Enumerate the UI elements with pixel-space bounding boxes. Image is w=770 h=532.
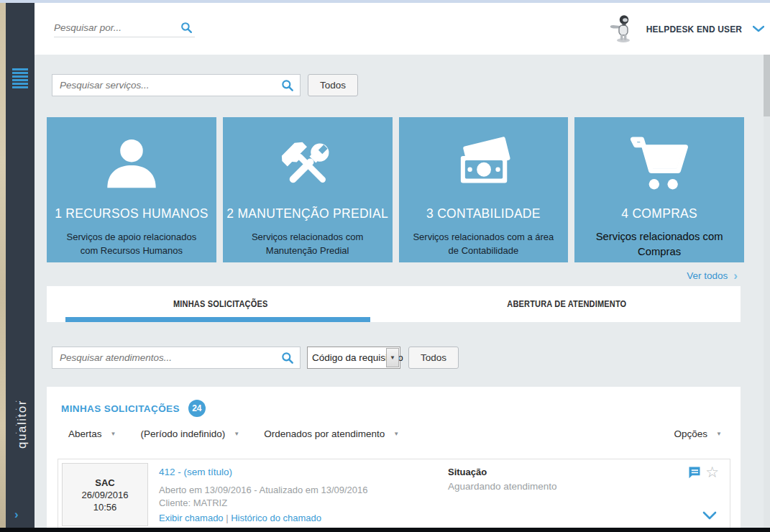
service-cards: 1 RECURSOS HUMANOS Serviços de apoio rel…	[47, 117, 744, 262]
ticket-opened-line: Aberto em 13/09/2016 - Atualizado em 13/…	[159, 485, 368, 495]
desktop-background-strip	[0, 3, 6, 532]
qualitor-logo: . . . . . qualitor	[12, 394, 28, 454]
card-description: Serviços relacionados com Manutenção Pre…	[233, 231, 382, 258]
status-label: Situação	[448, 467, 487, 477]
menu-hamburger-icon[interactable]	[12, 68, 28, 88]
ticket-datebox: SAC 26/09/2016 10:56	[62, 463, 148, 526]
person-icon	[47, 132, 216, 198]
star-icon[interactable]: ☆	[705, 465, 719, 480]
vertical-scrollbar[interactable]	[764, 55, 770, 528]
sidebar-expand-chevron-icon[interactable]: ›	[14, 508, 19, 522]
filter-options[interactable]: Opções ▼	[674, 428, 722, 439]
card-title: 3 CONTABILIDADE	[399, 206, 569, 221]
ticket-search-row: Código da requisição ▼ Todos	[52, 347, 459, 369]
money-icon	[399, 132, 569, 198]
comment-icon[interactable]	[687, 465, 702, 480]
tab-abertura-de-atendimento[interactable]: ABERTURA DE ATENDIMENTO	[394, 286, 741, 322]
services-search-input[interactable]	[52, 75, 268, 96]
ticket-links: Exibir chamado | Histórico do chamado	[159, 513, 321, 523]
caret-down-icon: ▼	[111, 431, 116, 437]
status-value: Aguardando atendimento	[448, 481, 557, 492]
ticket-date: 26/09/2016	[81, 490, 128, 500]
expand-chevron-down-icon[interactable]	[702, 511, 717, 520]
tabs-bar: MINHAS SOLICITAÇÕES ABERTURA DE ATENDIME…	[47, 286, 741, 322]
services-search-row: Todos	[52, 74, 358, 96]
caret-down-icon: ▼	[716, 431, 722, 437]
panel-title: MINHAS SOLICITAÇÕES	[61, 403, 180, 414]
tab-minhas-solicitacoes[interactable]: MINHAS SOLICITAÇÕES	[47, 286, 394, 322]
user-menu[interactable]: HELPDESK END USER	[608, 12, 764, 46]
tools-icon	[223, 132, 393, 198]
card-title: 2 MANUTENÇÃO PREDIAL	[223, 206, 393, 221]
global-search-input[interactable]	[54, 19, 176, 36]
ticket-queue: SAC	[95, 477, 114, 488]
filter-period[interactable]: (Período indefinido) ▼	[140, 428, 239, 439]
card-manutencao-predial[interactable]: 2 MANUTENÇÃO PREDIAL Serviços relacionad…	[223, 117, 393, 262]
ticket-todos-button[interactable]: Todos	[408, 347, 459, 369]
filter-row: Abertas ▼ (Período indefinido) ▼ Ordenad…	[68, 428, 722, 439]
count-badge: 24	[188, 400, 206, 417]
card-description: Serviços relacionados com a área de Cont…	[409, 231, 559, 258]
search-icon[interactable]	[280, 78, 295, 93]
ticket-client-line: Cliente: MATRIZ	[159, 497, 227, 508]
select-arrow-icon: ▼	[386, 348, 399, 367]
avatar	[608, 14, 636, 44]
search-field-select[interactable]: Código da requisição ▼	[307, 347, 400, 369]
ticket-search-input[interactable]	[52, 347, 268, 368]
card-recursos-humanos[interactable]: 1 RECURSOS HUMANOS Serviços de apoio rel…	[47, 117, 216, 262]
panel-header: MINHAS SOLICITAÇÕES 24	[61, 400, 206, 417]
card-title: 1 RECURSOS HUMANOS	[47, 206, 216, 221]
cart-icon	[574, 132, 744, 198]
ticket-title-link[interactable]: 412 - (sem título)	[159, 467, 232, 477]
chevron-down-icon	[753, 25, 764, 32]
ticket-row: SAC 26/09/2016 10:56 412 - (sem título) …	[58, 459, 730, 532]
search-icon[interactable]	[280, 351, 295, 365]
sidebar: . . . . . qualitor ›	[6, 3, 35, 528]
window-bottom-edge	[0, 528, 770, 532]
requests-panel: MINHAS SOLICITAÇÕES 24 Abertas ▼ (Períod…	[47, 387, 741, 528]
services-search	[52, 74, 301, 96]
chevron-right-icon: ›	[733, 271, 738, 280]
global-search	[54, 19, 195, 37]
ticket-time: 10:56	[93, 502, 117, 513]
historico-chamado-link[interactable]: Histórico do chamado	[231, 513, 321, 523]
scrollbar-thumb[interactable]	[764, 55, 770, 116]
ticket-search	[52, 347, 301, 369]
ticket-icons: ☆	[687, 465, 719, 480]
card-compras[interactable]: 4 COMPRAS Serviços relacionados com Comp…	[574, 117, 744, 262]
card-contabilidade[interactable]: 3 CONTABILIDADE Serviços relacionados co…	[399, 117, 569, 262]
exibir-chamado-link[interactable]: Exibir chamado	[159, 513, 224, 523]
user-name: HELPDESK END USER	[646, 24, 742, 35]
window-top-edge	[0, 0, 770, 3]
card-description: Serviços de apoio relacionados com Recur…	[57, 231, 206, 258]
search-icon[interactable]	[180, 21, 193, 35]
filter-status[interactable]: Abertas ▼	[68, 428, 116, 439]
card-title: 4 COMPRAS	[574, 206, 744, 221]
topbar: HELPDESK END USER	[35, 3, 770, 55]
filter-order[interactable]: Ordenados por atendimento ▼	[264, 428, 399, 439]
services-todos-button[interactable]: Todos	[308, 74, 358, 96]
caret-down-icon: ▼	[234, 431, 239, 437]
card-description: Serviços relacionados com Compras	[576, 229, 743, 260]
main-content: Todos 1 RECURSOS HUMANOS Serviços de apo…	[35, 55, 764, 528]
caret-down-icon: ▼	[393, 431, 399, 437]
ver-todos-link[interactable]: Ver todos ›	[687, 270, 738, 281]
